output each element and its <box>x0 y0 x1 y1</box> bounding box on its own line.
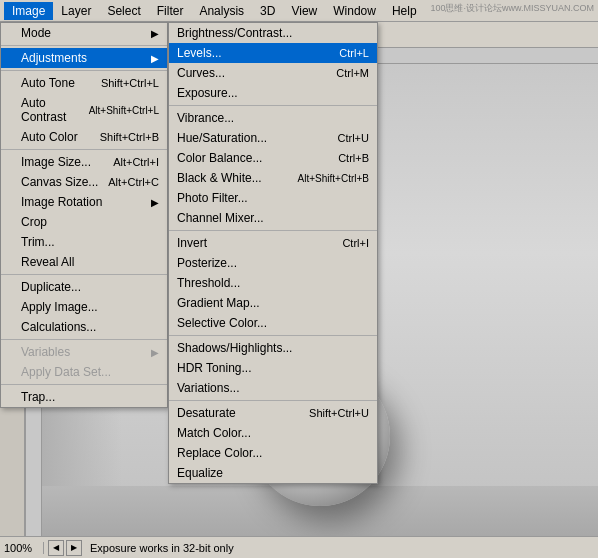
nav-next-button[interactable]: ▶ <box>66 540 82 556</box>
menu-analysis[interactable]: Analysis <box>191 2 252 20</box>
menubar: Image Layer Select Filter Analysis 3D Vi… <box>0 0 598 22</box>
sub-item-levels[interactable]: Levels... Ctrl+L <box>169 43 377 63</box>
sub-item-desaturate[interactable]: Desaturate Shift+Ctrl+U <box>169 403 377 423</box>
menu-item-image-size[interactable]: Image Size... Alt+Ctrl+I <box>1 152 167 172</box>
sub-item-shadows-highlights[interactable]: Shadows/Highlights... <box>169 338 377 358</box>
separator <box>169 335 377 336</box>
sub-item-invert[interactable]: Invert Ctrl+I <box>169 233 377 253</box>
menu-item-reveal-all[interactable]: Reveal All <box>1 252 167 272</box>
menu-item-auto-tone[interactable]: Auto Tone Shift+Ctrl+L <box>1 73 167 93</box>
sub-item-gradient-map[interactable]: Gradient Map... <box>169 293 377 313</box>
sub-item-hue-saturation[interactable]: Hue/Saturation... Ctrl+U <box>169 128 377 148</box>
sub-item-vibrance[interactable]: Vibrance... <box>169 108 377 128</box>
menu-item-apply-data-set[interactable]: Apply Data Set... <box>1 362 167 382</box>
sub-item-black-white[interactable]: Black & White... Alt+Shift+Ctrl+B <box>169 168 377 188</box>
separator <box>1 70 167 71</box>
menu-item-duplicate[interactable]: Duplicate... <box>1 277 167 297</box>
sub-item-replace-color[interactable]: Replace Color... <box>169 443 377 463</box>
statusbar-nav: ◀ ▶ <box>48 540 82 556</box>
sub-item-match-color[interactable]: Match Color... <box>169 423 377 443</box>
arrow-icon: ▶ <box>151 53 159 64</box>
menu-item-auto-color[interactable]: Auto Color Shift+Ctrl+B <box>1 127 167 147</box>
menu-item-auto-contrast[interactable]: Auto Contrast Alt+Shift+Ctrl+L <box>1 93 167 127</box>
sub-item-curves[interactable]: Curves... Ctrl+M <box>169 63 377 83</box>
separator <box>169 230 377 231</box>
menu-filter[interactable]: Filter <box>149 2 192 20</box>
menu-item-apply-image[interactable]: Apply Image... <box>1 297 167 317</box>
separator <box>1 149 167 150</box>
separator <box>1 45 167 46</box>
menu-item-calculations[interactable]: Calculations... <box>1 317 167 337</box>
menu-item-trap[interactable]: Trap... <box>1 387 167 407</box>
menu-item-adjustments[interactable]: Adjustments ▶ <box>1 48 167 68</box>
menu-item-canvas-size[interactable]: Canvas Size... Alt+Ctrl+C <box>1 172 167 192</box>
menu-window[interactable]: Window <box>325 2 384 20</box>
menu-image[interactable]: Image <box>4 2 53 20</box>
arrow-icon: ▶ <box>151 347 159 358</box>
separator <box>169 105 377 106</box>
menu-item-variables[interactable]: Variables ▶ <box>1 342 167 362</box>
separator <box>1 339 167 340</box>
sub-item-threshold[interactable]: Threshold... <box>169 273 377 293</box>
sub-item-hdr-toning[interactable]: HDR Toning... <box>169 358 377 378</box>
sub-item-posterize[interactable]: Posterize... <box>169 253 377 273</box>
sub-item-color-balance[interactable]: Color Balance... Ctrl+B <box>169 148 377 168</box>
sub-item-channel-mixer[interactable]: Channel Mixer... <box>169 208 377 228</box>
adjustments-submenu: Brightness/Contrast... Levels... Ctrl+L … <box>168 22 378 484</box>
sub-item-brightness-contrast[interactable]: Brightness/Contrast... <box>169 23 377 43</box>
separator <box>169 400 377 401</box>
statusbar-info: Exposure works in 32-bit only <box>90 542 594 554</box>
menu-layer[interactable]: Layer <box>53 2 99 20</box>
sub-item-equalize[interactable]: Equalize <box>169 463 377 483</box>
statusbar: 100% ◀ ▶ Exposure works in 32-bit only <box>0 536 598 558</box>
separator <box>1 384 167 385</box>
image-menu: Mode ▶ Adjustments ▶ Auto Tone Shift+Ctr… <box>0 22 168 408</box>
menu-item-image-rotation[interactable]: Image Rotation ▶ <box>1 192 167 212</box>
sub-item-variations[interactable]: Variations... <box>169 378 377 398</box>
menu-view[interactable]: View <box>283 2 325 20</box>
menu-help[interactable]: Help <box>384 2 425 20</box>
arrow-icon: ▶ <box>151 28 159 39</box>
watermark-text: 100思维·设计论坛www.MISSYUAN.COM <box>426 0 598 17</box>
sub-item-selective-color[interactable]: Selective Color... <box>169 313 377 333</box>
menu-select[interactable]: Select <box>99 2 148 20</box>
menu-item-trim[interactable]: Trim... <box>1 232 167 252</box>
menu-item-crop[interactable]: Crop <box>1 212 167 232</box>
separator <box>1 274 167 275</box>
nav-prev-button[interactable]: ◀ <box>48 540 64 556</box>
zoom-level: 100% <box>4 542 44 554</box>
sub-item-photo-filter[interactable]: Photo Filter... <box>169 188 377 208</box>
arrow-icon: ▶ <box>151 197 159 208</box>
menu-item-mode[interactable]: Mode ▶ <box>1 23 167 43</box>
sub-item-exposure[interactable]: Exposure... <box>169 83 377 103</box>
menu-3d[interactable]: 3D <box>252 2 283 20</box>
